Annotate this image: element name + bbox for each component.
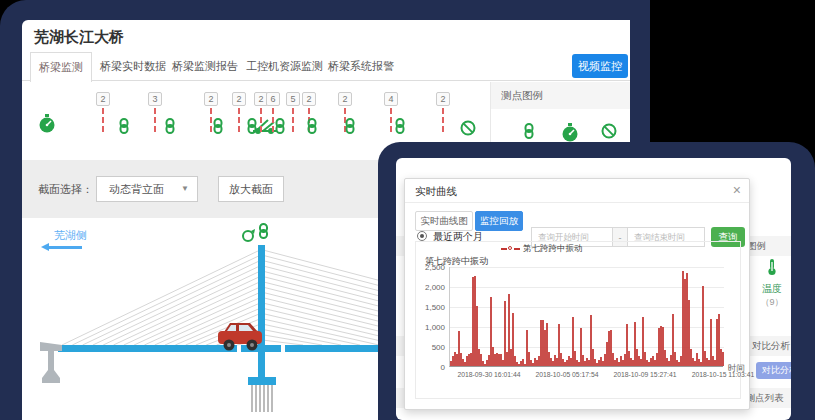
bridge-deck [58, 345, 237, 352]
radio-dot [420, 234, 424, 238]
x-tick-label: 2018-09-30 16:01:44 [457, 371, 520, 378]
modal-header: 实时曲线 × [405, 179, 749, 203]
sensor-count-badge: 2 [302, 92, 316, 106]
main-tab-2[interactable]: 桥梁监测报告 [172, 59, 238, 74]
sensor-strip: 23222652242 [22, 88, 492, 142]
link-icon[interactable] [118, 118, 130, 138]
realtime-curve-modal: 实时曲线 × 实时曲线图监控回放 最近两个月 - 查询 第七跨跨中振动 第七跨跨… [404, 178, 750, 410]
y-tick-label: 0 [407, 363, 445, 372]
legend-text: 第七跨跨中振动 [523, 243, 583, 253]
y-tick-label: 1,500 [407, 303, 445, 312]
main-tab-0[interactable]: 桥梁监测 [30, 52, 92, 82]
x-tick-label: 2018-10-05 05:17:54 [535, 371, 598, 378]
main-tab-4[interactable]: 桥梁系统报警 [328, 59, 394, 74]
sensor-count-badge: 3 [148, 92, 162, 106]
sensor-count-group: 2 [436, 92, 450, 132]
sensor-count-badge: 2 [96, 92, 110, 106]
link-icon[interactable] [274, 118, 286, 138]
sensor-count-group: 2 [232, 92, 246, 132]
noentry-icon[interactable] [460, 120, 476, 140]
abutment [40, 342, 62, 383]
sensor-dashed-line [260, 108, 262, 132]
sensor-count-badge: 2 [436, 92, 450, 106]
section-select-value: 动态背立面 [109, 183, 164, 195]
main-tab-1[interactable]: 桥梁实时数据 [100, 59, 166, 74]
legend-marker-icon [501, 246, 520, 251]
sensor-dashed-line [238, 108, 240, 132]
bridge-tower [258, 245, 265, 377]
gridline [450, 267, 724, 268]
noentry-legend-icon [601, 123, 617, 143]
car-illustration [218, 323, 262, 351]
link-icon[interactable] [212, 118, 224, 138]
temperature-count: （9） [748, 296, 791, 309]
sensor-dashed-line [292, 108, 294, 132]
sensor-dashed-line [102, 108, 104, 132]
rotate-sensor-icon[interactable] [243, 229, 255, 241]
link-icon[interactable] [394, 118, 406, 138]
y-tick-label: 2,000 [407, 283, 445, 292]
chart-bar [722, 352, 724, 366]
sensor-dashed-line [390, 108, 392, 132]
chart-plot-area [449, 267, 723, 367]
main-tab-3[interactable]: 工控机资源监测 [246, 59, 323, 74]
section-select-label: 截面选择： [38, 182, 93, 197]
compare-analysis-button[interactable]: 对比分析 [756, 362, 791, 379]
link-sensor-icon[interactable] [260, 224, 267, 238]
sensor-count-badge: 2 [204, 92, 218, 106]
x-axis-title: 时间 [728, 363, 745, 375]
sensor-count-badge: 2 [232, 92, 246, 106]
page-title: 芜湖长江大桥 [34, 28, 124, 47]
link-legend-icon [523, 123, 535, 143]
sensor-dashed-line [154, 108, 156, 132]
temperature-sensor-item[interactable]: 温度 （9） [748, 258, 791, 309]
sensor-count-badge: 2 [338, 92, 352, 106]
y-tick-label: 1,000 [407, 323, 445, 332]
close-icon[interactable]: × [733, 182, 741, 198]
sensor-count-group: 2 [96, 92, 110, 132]
screenshot-stage: 芜湖长江大桥 桥梁监测桥梁实时数据桥梁监测报告工控机资源监测桥梁系统报警 视频监… [0, 0, 815, 420]
x-tick-label: 2018-10-09 15:27:41 [613, 371, 676, 378]
legend-panel-header: 测点图例 [490, 82, 630, 109]
sensor-dashed-line [442, 108, 444, 132]
sensor-count-badge: 4 [384, 92, 398, 106]
recent-two-months-radio[interactable] [417, 231, 427, 241]
sensor-count-badge: 6 [266, 92, 280, 106]
link-icon[interactable] [164, 118, 176, 138]
modal-title: 实时曲线 [415, 185, 457, 199]
y-tick-label: 500 [407, 343, 445, 352]
video-monitor-button[interactable]: 视频监控 [572, 54, 628, 78]
footing-piles [252, 385, 272, 412]
chevron-down-icon: ▼ [181, 177, 189, 201]
sensor-count-group: 5 [286, 92, 300, 132]
link-icon[interactable] [344, 118, 356, 138]
thermometer-icon [764, 258, 780, 276]
tower-footing [248, 377, 276, 385]
enlarge-section-button[interactable]: 放大截面 [218, 176, 284, 202]
chart-legend[interactable]: 第七跨跨中振动 [501, 243, 583, 255]
y-tick-label: 2,500 [407, 263, 445, 272]
sensor-count-badge: 5 [286, 92, 300, 106]
tabbar-divider [22, 80, 630, 81]
temperature-label: 温度 [748, 282, 791, 296]
section-select-dropdown[interactable]: 动态背立面 ▼ [96, 176, 198, 202]
modal-tab-1[interactable]: 监控回放 [475, 211, 523, 231]
modal-tab-0[interactable]: 实时曲线图 [415, 211, 473, 231]
sensor-count-group: 3 [148, 92, 162, 132]
link-icon[interactable] [306, 118, 318, 138]
gauge-icon[interactable] [38, 114, 56, 138]
